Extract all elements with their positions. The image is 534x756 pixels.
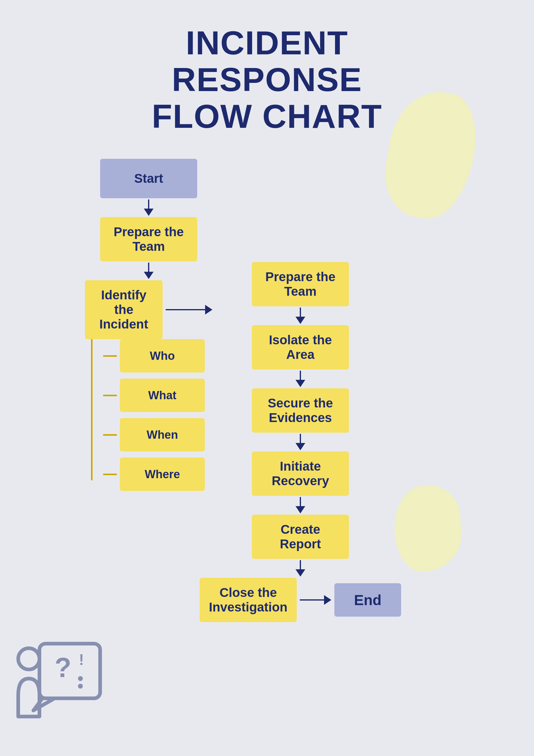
start-label: Start xyxy=(134,171,163,186)
where-box: Where xyxy=(120,458,205,491)
arrow-initiate-to-report xyxy=(295,497,305,513)
close-investigation-box: Close the Investigation xyxy=(200,578,297,622)
svg-text:!: ! xyxy=(79,651,84,668)
branch-when: When xyxy=(103,418,205,451)
when-label: When xyxy=(146,428,178,442)
branch-connector-where xyxy=(103,473,117,475)
svg-text:?: ? xyxy=(55,653,71,683)
who-box: Who xyxy=(120,339,205,372)
branch-what: What xyxy=(103,379,205,412)
person-question-icon: ? ! xyxy=(15,634,112,732)
create-report-box: Create Report xyxy=(252,515,349,559)
initiate-recovery-box: Initiate Recovery xyxy=(252,451,349,496)
isolate-area-label: Isolate the Area xyxy=(261,333,340,362)
close-investigation-label: Close the Investigation xyxy=(209,585,288,614)
page-title: INCIDENT RESPONSEFLOW CHART xyxy=(131,24,403,134)
page-container: INCIDENT RESPONSEFLOW CHART Start Prepar… xyxy=(0,0,534,756)
flowchart: Start Prepare the Team Identify the Inci… xyxy=(85,159,449,622)
secure-evidences-box: Secure the Evidences xyxy=(252,388,349,433)
prepare-team-box-right: Prepare the Team xyxy=(252,262,349,306)
identify-incident-box: Identify the Incident xyxy=(85,280,163,339)
arrow-close-to-end xyxy=(300,595,331,605)
branch-connector-who xyxy=(103,355,117,357)
arrow-report-to-close xyxy=(295,560,305,577)
close-row: Close the Investigation End xyxy=(200,578,401,622)
person-svg: ? ! xyxy=(15,634,106,726)
arrow-start-to-prepare xyxy=(144,200,154,216)
where-label: Where xyxy=(145,468,180,481)
identify-incident-label: Identify the Incident xyxy=(94,288,154,332)
identify-row: Identify the Incident xyxy=(85,280,213,339)
end-box: End xyxy=(334,583,401,617)
right-column: Prepare the Team Isolate the Area Secure… xyxy=(237,159,364,622)
branch-where: Where xyxy=(103,458,205,491)
arrow-identify-to-right xyxy=(165,305,213,314)
arrow-isolate-to-secure xyxy=(295,371,305,387)
what-box: What xyxy=(120,379,205,412)
svg-point-5 xyxy=(18,648,39,669)
end-label: End xyxy=(354,592,382,608)
when-box: When xyxy=(120,418,205,451)
create-report-label: Create Report xyxy=(261,522,340,552)
branch-connector-when xyxy=(103,434,117,436)
prepare-team-label-right: Prepare the Team xyxy=(261,270,340,299)
initiate-recovery-label: Initiate Recovery xyxy=(261,459,340,488)
branch-vertical-line xyxy=(91,339,92,480)
arrow-secure-to-initiate xyxy=(295,434,305,450)
arrow-prepare-to-identify xyxy=(144,263,154,279)
secure-evidences-label: Secure the Evidences xyxy=(261,396,340,425)
svg-point-4 xyxy=(78,684,83,688)
prepare-team-label-left: Prepare the Team xyxy=(109,225,188,254)
prepare-team-box-left: Prepare the Team xyxy=(100,217,197,261)
who-label: Who xyxy=(150,349,175,363)
branch-connector-what xyxy=(103,395,117,396)
branch-section: Who What When xyxy=(85,339,213,497)
svg-point-3 xyxy=(78,676,83,681)
start-box: Start xyxy=(100,159,197,198)
left-column: Start Prepare the Team Identify the Inci… xyxy=(85,159,213,622)
what-label: What xyxy=(148,389,177,402)
isolate-area-box: Isolate the Area xyxy=(252,325,349,369)
arrow-prepare-to-isolate xyxy=(295,308,305,324)
branch-who: Who xyxy=(103,339,205,372)
